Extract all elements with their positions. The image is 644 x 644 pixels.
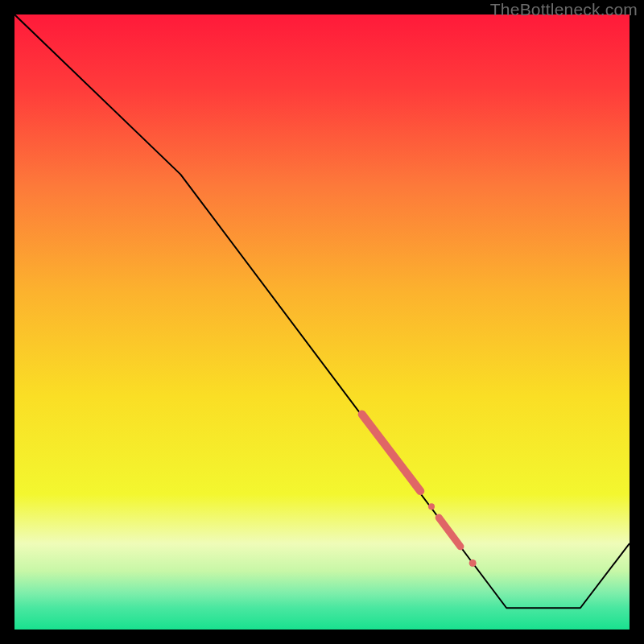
watermark-text: TheBottleneck.com xyxy=(490,0,638,19)
marker-dot-3 xyxy=(469,559,477,567)
chart-svg xyxy=(14,14,630,630)
marker-dot-1 xyxy=(428,503,435,510)
chart-frame: TheBottleneck.com xyxy=(0,0,644,644)
plot-area xyxy=(14,14,630,630)
gradient-background xyxy=(14,14,630,630)
